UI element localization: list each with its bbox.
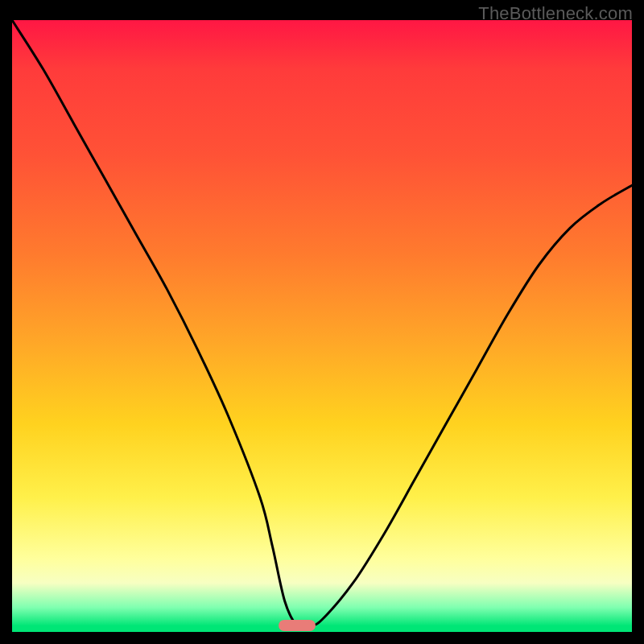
curve-path bbox=[12, 20, 632, 628]
plot-area bbox=[12, 20, 632, 632]
bottleneck-curve bbox=[12, 20, 632, 632]
min-marker bbox=[279, 620, 316, 631]
chart-frame: TheBottleneck.com bbox=[0, 0, 644, 644]
